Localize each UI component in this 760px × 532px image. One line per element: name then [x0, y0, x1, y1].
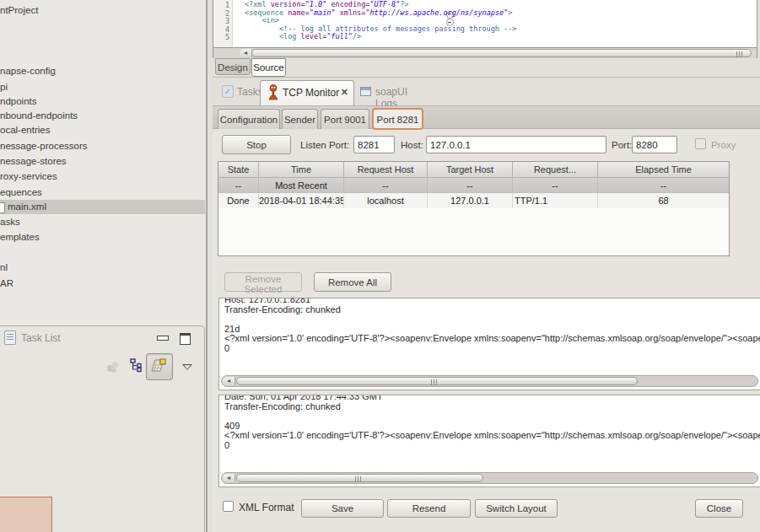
tab-design[interactable]: Design [215, 58, 251, 75]
tree-item-ar[interactable]: AR [0, 277, 205, 291]
remove-all-button[interactable]: Remove All [314, 272, 391, 292]
view-menu-chevron-down-icon[interactable] [182, 364, 192, 370]
table-header-row: StateTimeRequest HostTarget HostRequest.… [218, 162, 729, 178]
tree-item-label: emplates [0, 230, 40, 245]
editor-scrollbar-thumb[interactable] [251, 49, 752, 57]
port-label: Port: [612, 140, 632, 150]
tree-item-label: ntProject [0, 3, 38, 18]
close-button[interactable]: Close [695, 499, 743, 518]
tree-item-emplates[interactable]: emplates [0, 230, 205, 245]
tree-item-label: nl [0, 261, 8, 275]
xml-format-checkbox[interactable] [223, 501, 234, 512]
column-header[interactable]: Request Host [344, 162, 428, 178]
view-tab-soapui-logs[interactable]: soapUI Logs [358, 80, 425, 105]
pane-line: 0 [224, 441, 760, 451]
task-list-title: Task List [21, 332, 61, 344]
tree-item-napse-config[interactable]: napse-config [0, 64, 205, 78]
tree-item-nessage-stores[interactable]: nessage-stores [0, 154, 205, 169]
tree-item-label: main.xml [8, 200, 46, 214]
scrollbar-thumb[interactable] [236, 474, 483, 482]
close-icon[interactable]: ✕ [341, 87, 348, 98]
task-hierarchy-icon[interactable] [130, 358, 143, 376]
listen-port-label: Listen Port: [300, 140, 349, 150]
tree-item-label: nbound-endpoints [0, 109, 78, 123]
response-pane[interactable]: Date: Sun, 01 Apr 2018 17:44:33 GMTTrans… [218, 395, 760, 487]
tab-source[interactable]: Source [251, 58, 286, 77]
port-input[interactable] [632, 136, 677, 153]
monitor-tab-configuration[interactable]: Configuration [218, 109, 280, 129]
resend-button[interactable]: Resend [387, 499, 471, 518]
table-row[interactable]: Done2018-04-01 18:44:35localhost127.0.0.… [218, 193, 729, 208]
task-category-fragment [0, 497, 52, 532]
table-cell: -- [598, 178, 729, 193]
editor-bottom-divider [213, 77, 760, 78]
table-cell: 68 [598, 193, 729, 208]
task-list-panel: Task List [0, 325, 205, 532]
tree-item-asks[interactable]: asks [0, 215, 205, 229]
tree-item-ndpoints[interactable]: ndpoints [0, 94, 205, 109]
column-header[interactable]: Target Host [428, 162, 513, 178]
request-text: Host: 127.0.0.1:8281Transfer-Encoding: c… [224, 298, 760, 353]
tasks-icon: ✓ [222, 85, 234, 98]
table-cell: TTP/1.1 [513, 193, 598, 208]
file-icon [0, 202, 5, 213]
tree-item-label: equences [0, 185, 42, 200]
scroll-left-arrow-icon[interactable]: ◂ [240, 49, 252, 57]
request-pane-scrollbar[interactable]: ◂ [221, 375, 758, 387]
table-cell: 2018-04-01 18:44:35 [259, 193, 344, 208]
request-pane[interactable]: Host: 127.0.0.1:8281Transfer-Encoding: c… [218, 298, 760, 390]
line-number: 5 [214, 34, 229, 42]
minimize-icon[interactable] [157, 336, 169, 341]
table-cell: Most Recent [259, 178, 344, 193]
tree-item-ocal-entries[interactable]: ocal-entries [0, 123, 205, 137]
pane-line: Transfer-Encoding: chunked [224, 305, 760, 315]
scroll-left-arrow-icon[interactable]: ◂ [223, 474, 235, 482]
tree-item-ntproject[interactable]: ntProject [0, 3, 205, 18]
tree-item-label: nessage-stores [0, 154, 67, 169]
scroll-left-arrow-icon[interactable]: ◂ [223, 377, 235, 385]
tree-item-nessage-processors[interactable]: nessage-processors [0, 139, 205, 153]
view-tab-tcp-monitor[interactable]: TCP Monitor ✕ [260, 80, 354, 105]
tree-item-label: ocal-entries [0, 123, 50, 137]
tree-item-label: nessage-processors [0, 139, 88, 153]
connections-table[interactable]: StateTimeRequest HostTarget HostRequest.… [218, 161, 730, 256]
monitor-tab-port-8281[interactable]: Port 8281 [372, 108, 423, 130]
categorized-view-button[interactable] [146, 353, 173, 380]
response-text: Date: Sun, 01 Apr 2018 17:44:33 GMTTrans… [224, 395, 760, 450]
listen-port-input[interactable] [353, 136, 395, 153]
code-line: <log level="full"/> [245, 33, 516, 41]
column-header[interactable]: Elapsed Time [598, 162, 729, 178]
xml-source-editor[interactable]: 12345 <?xml version="1.0" encoding="UTF-… [213, 0, 757, 48]
view-tab-tasks[interactable]: ✓ Tasks [218, 80, 258, 105]
editor-horizontal-scrollbar[interactable]: ◂ [213, 48, 757, 58]
host-input[interactable] [426, 136, 606, 153]
tree-item-pi[interactable]: pi [0, 80, 205, 94]
tcp-monitor-icon [267, 84, 279, 103]
scrollbar-thumb[interactable] [236, 377, 638, 385]
tree-item-roxy-services[interactable]: roxy-services [0, 169, 205, 184]
editor-code-area[interactable]: <?xml version="1.0" encoding="UTF-8"?><s… [245, 1, 516, 41]
tree-item-main-xml[interactable]: main.xml [0, 200, 205, 214]
remove-selected-button[interactable]: Remove Selected [224, 272, 302, 292]
tree-item-nbound-endpoints[interactable]: nbound-endpoints [0, 109, 205, 123]
switch-layout-button[interactable]: Switch Layout [475, 499, 558, 518]
column-header[interactable]: Time [259, 162, 344, 178]
proxy-checkbox[interactable] [695, 138, 706, 149]
most-recent-row[interactable]: --Most Recent-------- [218, 178, 729, 193]
response-pane-scrollbar[interactable]: ◂ [221, 472, 758, 484]
monitor-tab-sender[interactable]: Sender [282, 109, 318, 129]
save-button[interactable]: Save [301, 499, 384, 518]
column-header[interactable]: Request... [513, 162, 598, 178]
pane-line [224, 411, 760, 422]
tree-item-nl[interactable]: nl [0, 261, 205, 275]
maximize-icon[interactable] [180, 333, 191, 345]
tree-item-equences[interactable]: equences [0, 185, 205, 200]
stop-button[interactable]: Stop [222, 135, 291, 154]
table-cell: -- [513, 178, 598, 193]
column-header[interactable]: State [218, 162, 259, 178]
proxy-label: Proxy [711, 140, 736, 150]
pane-line: <?xml version='1.0' encoding='UTF-8'?><s… [224, 431, 760, 441]
table-cell: Done [218, 193, 259, 208]
monitor-tab-port-9001[interactable]: Port 9001 [321, 109, 369, 129]
tree-item-label: AR [0, 277, 13, 291]
